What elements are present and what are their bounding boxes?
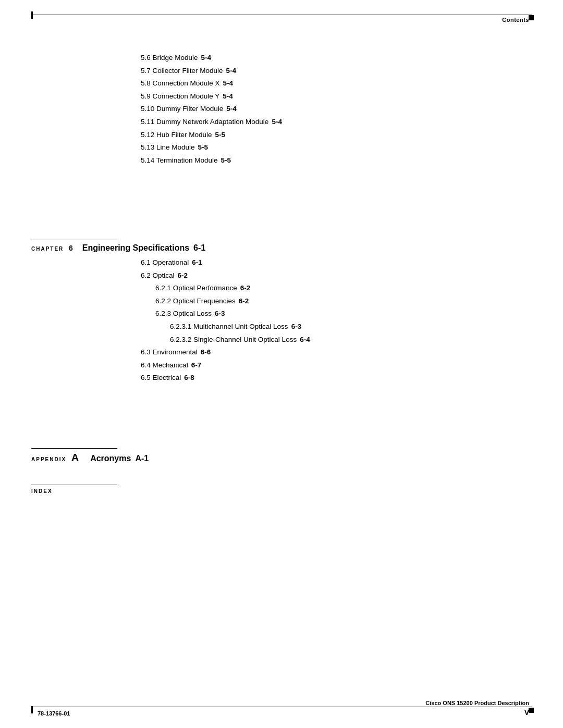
toc-page-5-14: 5-5	[221, 155, 231, 166]
toc-entry-5-7: 5.7 Collector Filter Module 5-4	[141, 65, 521, 77]
toc-entry-6-1: 6.1 Operational 6-1	[141, 257, 521, 268]
appendix-title: Acronyms	[90, 454, 131, 463]
toc-page-5-7: 5-4	[226, 65, 237, 77]
toc-text-6-2-3: 6.2.3 Optical Loss	[155, 308, 212, 319]
chapter6-section: CHAPTER 6 Engineering Specifications 6-1…	[31, 240, 521, 385]
toc-text-6-4: 6.4 Mechanical	[141, 360, 188, 371]
toc-text-6-2-2: 6.2.2 Optical Frequencies	[155, 295, 236, 307]
toc-entry-6-4: 6.4 Mechanical 6-7	[141, 360, 521, 371]
toc-entry-6-2-1: 6.2.1 Optical Performance 6-2	[155, 282, 521, 294]
toc-page-6-4: 6-7	[191, 360, 202, 371]
toc-page-6-3: 6-6	[201, 347, 211, 358]
toc-entry-5-10: 5.10 Dummy Filter Module 5-4	[141, 103, 521, 115]
toc-entry-6-3: 6.3 Environmental 6-6	[141, 347, 521, 358]
top-left-bar	[31, 11, 33, 19]
footer-left-bar	[31, 706, 33, 713]
toc-page-6-2-2: 6-2	[239, 295, 249, 307]
toc-page-6-1: 6-1	[192, 257, 202, 268]
toc-entry-6-2-3-2: 6.2.3.2 Single-Channel Unit Optical Loss…	[170, 334, 521, 346]
toc-page-5-9: 5-4	[223, 91, 233, 102]
toc-entry-6-2-3-1: 6.2.3.1 Multichannel Unit Optical Loss 6…	[170, 321, 521, 332]
toc-entry-5-8: 5.8 Connection Module X 5-4	[141, 78, 521, 89]
toc-entry-6-2-3: 6.2.3 Optical Loss 6-3	[155, 308, 521, 319]
toc-text-5-14: 5.14 Termination Module	[141, 155, 218, 166]
toc-text-6-5: 6.5 Electrical	[141, 372, 181, 384]
toc-text-5-11: 5.11 Dummy Network Adaptation Module	[141, 116, 268, 128]
chapter6-title: Engineering Specifications	[82, 243, 189, 253]
toc-entry-5-14: 5.14 Termination Module 5-5	[141, 155, 521, 166]
toc-page-5-13: 5-5	[198, 142, 209, 153]
chapter6-label: CHAPTER 6	[31, 244, 76, 252]
toc-page-6-2-3-2: 6-4	[300, 334, 310, 346]
footer-product-title: Cisco ONS 15200 Product Description	[425, 700, 529, 706]
index-divider	[31, 485, 117, 485]
footer-doc-number: 78-13766-01	[38, 710, 70, 717]
top-border	[31, 15, 532, 15]
chapter-word: CHAPTER	[31, 246, 64, 252]
footer-right-square-icon	[529, 708, 534, 713]
appendix-a-section: APPENDIX A Acronyms A-1	[31, 448, 521, 464]
footer-page-number: V	[524, 708, 529, 717]
toc-page-5-6: 5-4	[201, 52, 212, 64]
toc-section5: 5.6 Bridge Module 5-4 5.7 Collector Filt…	[141, 52, 521, 167]
toc-page-6-2-1: 6-2	[240, 282, 251, 294]
toc-page-5-12: 5-5	[215, 129, 226, 141]
chapter6-entries: 6.1 Operational 6-1 6.2 Optical 6-2 6.2.…	[141, 257, 521, 384]
appendix-label: APPENDIX A	[31, 452, 84, 464]
appendix-divider	[31, 448, 117, 449]
toc-entry-6-2: 6.2 Optical 6-2	[141, 270, 521, 281]
toc-page-6-2: 6-2	[178, 270, 188, 281]
toc-entry-6-2-2: 6.2.2 Optical Frequencies 6-2	[155, 295, 521, 307]
chapter6-title-page: 6-1	[193, 243, 205, 253]
toc-text-5-12: 5.12 Hub Filter Module	[141, 129, 212, 141]
appendix-header-row: APPENDIX A Acronyms A-1	[31, 452, 521, 464]
toc-text-5-6: 5.6 Bridge Module	[141, 52, 198, 64]
toc-text-5-9: 5.9 Connection Module Y	[141, 91, 219, 102]
toc-page-6-5: 6-8	[184, 372, 194, 384]
toc-text-6-2-3-2: 6.2.3.2 Single-Channel Unit Optical Loss	[170, 334, 297, 346]
appendix-letter: A	[71, 452, 80, 463]
toc-entry-5-11: 5.11 Dummy Network Adaptation Module 5-4	[141, 116, 521, 128]
appendix-page: A-1	[135, 454, 149, 463]
toc-entry-5-9: 5.9 Connection Module Y 5-4	[141, 91, 521, 102]
toc-page-6-2-3: 6-3	[215, 308, 225, 319]
toc-text-6-1: 6.1 Operational	[141, 257, 189, 268]
toc-page-5-8: 5-4	[223, 78, 234, 89]
chapter6-divider	[31, 240, 117, 240]
bottom-border	[31, 707, 532, 707]
chapter6-number: 6	[69, 244, 74, 252]
header-contents-label: Contents	[502, 17, 529, 23]
toc-text-5-13: 5.13 Line Module	[141, 142, 195, 153]
page-container: Contents 5.6 Bridge Module 5-4 5.7 Colle…	[0, 0, 563, 728]
header-square-icon	[529, 15, 534, 20]
toc-text-5-10: 5.10 Dummy Filter Module	[141, 103, 223, 115]
appendix-word: APPENDIX	[31, 456, 66, 462]
toc-entry-5-6: 5.6 Bridge Module 5-4	[141, 52, 521, 64]
toc-entry-5-13: 5.13 Line Module 5-5	[141, 142, 521, 153]
toc-page-5-11: 5-4	[272, 116, 282, 128]
index-section: INDEX	[31, 485, 117, 494]
toc-text-6-3: 6.3 Environmental	[141, 347, 198, 358]
toc-page-5-10: 5-4	[226, 103, 237, 115]
toc-text-5-8: 5.8 Connection Module X	[141, 78, 220, 89]
toc-page-6-2-3-1: 6-3	[291, 321, 302, 332]
toc-entry-6-5: 6.5 Electrical 6-8	[141, 372, 521, 384]
toc-entry-5-12: 5.12 Hub Filter Module 5-5	[141, 129, 521, 141]
chapter6-header-row: CHAPTER 6 Engineering Specifications 6-1	[31, 243, 521, 253]
toc-text-6-2-1: 6.2.1 Optical Performance	[155, 282, 237, 294]
toc-text-6-2: 6.2 Optical	[141, 270, 175, 281]
toc-text-5-7: 5.7 Collector Filter Module	[141, 65, 223, 77]
toc-text-6-2-3-1: 6.2.3.1 Multichannel Unit Optical Loss	[170, 321, 288, 332]
index-label: INDEX	[31, 488, 117, 494]
